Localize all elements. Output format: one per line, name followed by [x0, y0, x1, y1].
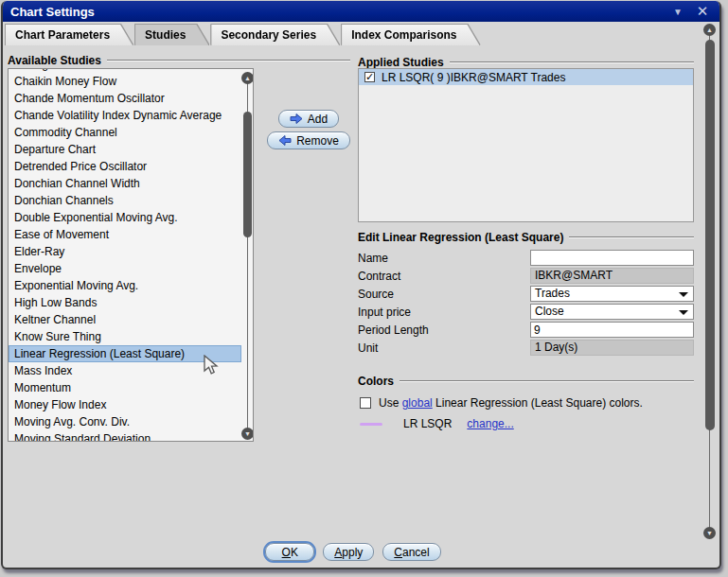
- tab-label[interactable]: Secondary Series: [211, 25, 339, 45]
- use-global-checkbox[interactable]: [360, 397, 371, 409]
- remove-label: Remove: [296, 134, 339, 148]
- list-item[interactable]: Moving Avg. Conv. Div.: [9, 413, 241, 430]
- cancel-button[interactable]: Cancel: [382, 543, 440, 561]
- header-rule: [400, 380, 694, 382]
- list-item[interactable]: Know Sure Thing: [9, 328, 241, 345]
- list-item[interactable]: Donchian Channels: [9, 192, 241, 209]
- apply-button[interactable]: Apply: [323, 543, 374, 561]
- list-item[interactable]: Momentum: [9, 379, 241, 396]
- list-item[interactable]: Elder-Ray: [9, 243, 241, 260]
- ok-rest: K: [291, 546, 298, 559]
- tab-label[interactable]: Studies: [135, 25, 208, 45]
- color-swatch: [360, 423, 382, 426]
- dialog-scrollbar-thumb[interactable]: [705, 40, 715, 430]
- dialog-scroll-down-icon[interactable]: ▼: [703, 527, 716, 539]
- name-label: Name: [358, 252, 388, 265]
- arrow-left-icon: [278, 135, 292, 146]
- tab-label[interactable]: Index Comparisons: [342, 25, 479, 45]
- list-scroll-down-icon[interactable]: ▼: [241, 428, 254, 440]
- colors-section-title: Colors: [358, 375, 394, 388]
- list-item[interactable]: Chaikin Money Flow: [9, 73, 241, 90]
- use-global-suffix: Linear Regression (Least Square) colors.: [433, 396, 643, 410]
- use-global-colors-row: Use global Linear Regression (Least Squa…: [360, 396, 643, 410]
- transfer-buttons: Add Remove: [268, 110, 349, 149]
- field-row-contract: Contract IBKR@SMART: [358, 268, 694, 284]
- header-rule: [450, 61, 694, 63]
- close-icon[interactable]: ✕: [693, 1, 712, 22]
- change-color-link[interactable]: change...: [467, 417, 513, 430]
- apply-rest: pply: [342, 546, 363, 559]
- header-rule: [107, 60, 350, 61]
- study-enabled-checkbox[interactable]: [364, 72, 375, 82]
- screen: Chart Settings ▼ ✕ Chart Parameters Stud…: [0, 0, 728, 577]
- cancel-mnemonic: C: [394, 546, 402, 559]
- name-input[interactable]: [530, 250, 694, 266]
- applied-studies-title: Applied Studies: [358, 56, 444, 69]
- title-bar[interactable]: Chart Settings ▼ ✕: [3, 1, 719, 22]
- chevron-down-icon: [679, 310, 688, 315]
- swatch-label: LR LSQR: [403, 417, 452, 430]
- unit-value: 1 Day(s): [530, 340, 694, 356]
- list-item[interactable]: Detrended Price Oscillator: [9, 158, 241, 175]
- header-rule: [569, 236, 694, 238]
- list-item[interactable]: Moving Standard Deviation: [9, 430, 241, 442]
- available-studies-items: Bollinger BandsChaikin Money FlowChande …: [9, 68, 241, 442]
- list-item[interactable]: Departure Chart: [9, 141, 241, 158]
- dialog-scroll-up-icon[interactable]: ▲: [703, 24, 716, 36]
- list-item[interactable]: Donchian Channel Width: [9, 175, 241, 192]
- edit-section-title: Edit Linear Regression (Least Square): [358, 231, 563, 244]
- applied-studies-header: Applied Studies: [358, 57, 694, 68]
- ok-button[interactable]: OK: [265, 543, 314, 561]
- cancel-rest: ancel: [402, 546, 430, 559]
- available-studies-title: Available Studies: [8, 54, 101, 67]
- period-length-input[interactable]: [530, 322, 694, 338]
- list-item[interactable]: Money Flow Index: [9, 396, 241, 413]
- list-item[interactable]: Keltner Channel: [9, 311, 241, 328]
- tab[interactable]: Secondary Series: [211, 25, 339, 45]
- list-scroll-up-icon[interactable]: ▲: [241, 72, 254, 84]
- available-studies-list: Bollinger BandsChaikin Money FlowChande …: [8, 68, 254, 442]
- source-value: Trades: [535, 287, 570, 300]
- dialog-content: Chart Parameters Studies Secondary Serie…: [3, 22, 719, 568]
- add-label: Add: [308, 113, 328, 126]
- applied-studies-items: LR LSQR( 9 )IBKR@SMART Trades: [359, 69, 693, 85]
- colors-section-header: Colors: [358, 376, 694, 387]
- footer-buttons: OK Apply Cancel: [3, 543, 703, 561]
- list-item[interactable]: Commodity Channel: [9, 124, 241, 141]
- list-item[interactable]: Double Exponential Moving Avg.: [9, 209, 241, 226]
- tab[interactable]: Studies: [135, 25, 208, 45]
- list-item[interactable]: High Low Bands: [9, 294, 241, 311]
- field-row-source: Source Trades: [358, 286, 694, 302]
- contract-label: Contract: [358, 270, 400, 283]
- study-color-row: LR LSQR change...: [360, 416, 514, 431]
- contract-value: IBKR@SMART: [530, 268, 694, 284]
- applied-study-row[interactable]: LR LSQR( 9 )IBKR@SMART Trades: [359, 69, 693, 85]
- list-scrollbar-thumb[interactable]: [243, 112, 252, 237]
- input-price-dropdown[interactable]: Close: [530, 304, 694, 320]
- remove-button[interactable]: Remove: [267, 131, 350, 149]
- add-button[interactable]: Add: [278, 110, 339, 128]
- list-item[interactable]: Chande Volatility Index Dynamic Average: [9, 107, 241, 124]
- tab[interactable]: Chart Parameters: [6, 25, 133, 45]
- list-item[interactable]: Ease of Movement: [9, 226, 241, 243]
- list-item[interactable]: Envelope: [9, 260, 241, 277]
- applied-study-label: LR LSQR( 9 )IBKR@SMART Trades: [382, 71, 565, 84]
- source-dropdown[interactable]: Trades: [530, 286, 694, 302]
- global-link[interactable]: global: [402, 396, 433, 410]
- unit-label: Unit: [358, 341, 378, 355]
- field-row-unit: Unit 1 Day(s): [358, 340, 694, 356]
- tab[interactable]: Index Comparisons: [342, 25, 479, 45]
- input-price-label: Input price: [358, 306, 411, 319]
- ok-mnemonic: O: [282, 546, 291, 559]
- tab-label[interactable]: Chart Parameters: [6, 25, 133, 45]
- list-item[interactable]: Linear Regression (Least Square): [9, 345, 241, 362]
- field-row-period-length: Period Length: [358, 322, 694, 338]
- list-item[interactable]: Mass Index: [9, 362, 241, 379]
- edit-section-header: Edit Linear Regression (Least Square): [358, 232, 694, 243]
- list-item[interactable]: Exponential Moving Avg.: [9, 277, 241, 294]
- minimize-icon[interactable]: ▼: [668, 1, 687, 22]
- list-item[interactable]: Chande Momentum Oscillator: [9, 90, 241, 107]
- arrow-right-icon: [290, 114, 303, 124]
- window-title: Chart Settings: [3, 5, 95, 19]
- use-global-prefix: Use: [379, 396, 402, 410]
